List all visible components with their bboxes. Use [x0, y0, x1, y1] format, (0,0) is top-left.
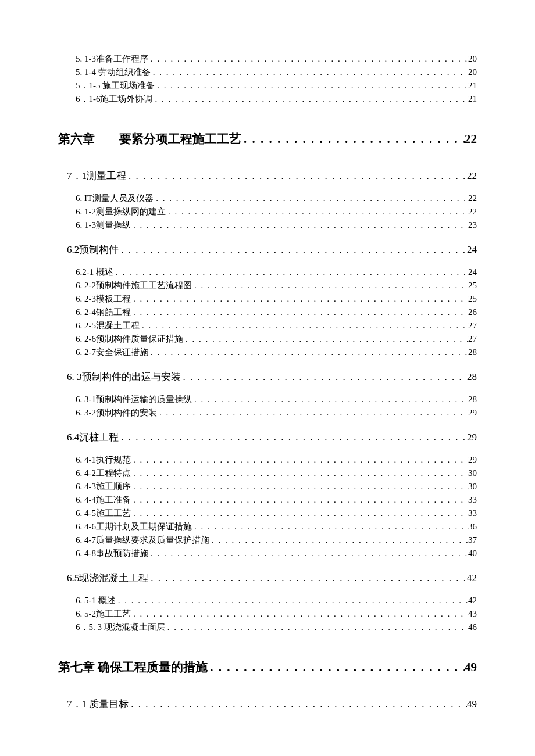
toc-page-number: 27 — [468, 319, 477, 332]
toc-leader-dots — [192, 520, 468, 533]
toc-label: 6. 4-8事故预防措施 — [76, 547, 148, 560]
toc-page-number: 29 — [468, 406, 477, 420]
toc-page-number: 23 — [468, 218, 477, 232]
toc-entry: 6. 4-1执行规范29 — [58, 453, 477, 467]
toc-leader-dots — [181, 371, 468, 384]
toc-leader-dots — [154, 192, 468, 205]
toc-label: 6. 5-1 概述 — [76, 594, 116, 607]
toc-page-number: 24 — [468, 266, 477, 279]
toc-page-number: 33 — [468, 493, 477, 507]
toc-label: 6. 2-3模板工程 — [76, 292, 131, 306]
toc-label: 7．1测量工程 — [67, 170, 126, 182]
toc-entry: 第七章 确保工程质量的措施49 — [58, 660, 477, 675]
toc-entry: 6. 3-1预制构件运输的质量操纵28 — [58, 393, 477, 406]
toc-leader-dots — [131, 218, 468, 232]
toc-label: 6. 2-2预制构件施工工艺流程图 — [76, 279, 192, 292]
toc-leader-dots — [153, 92, 469, 106]
toc-page-number: 30 — [468, 467, 477, 480]
toc-page-number: 22 — [468, 205, 477, 218]
toc-leader-dots — [209, 533, 468, 547]
toc-entry: 6. 2-4钢筋工程26 — [58, 306, 477, 319]
toc-entry: 5. 1-4 劳动组织准备20 — [58, 66, 477, 79]
toc-entry: 6. 2-6预制构件质量保证措施27 — [58, 332, 477, 346]
toc-entry: 6. 2-7安全保证措施28 — [58, 346, 477, 359]
toc-leader-dots — [155, 79, 468, 92]
toc-label: 6.2-1 概述 — [76, 266, 113, 279]
toc-label: 6. 2-7安全保证措施 — [76, 346, 148, 359]
toc-page-number: 30 — [468, 480, 477, 493]
toc-page-number: 22 — [468, 192, 477, 205]
toc-label: 6. 2-6预制构件质量保证措施 — [76, 332, 183, 346]
toc-page-number: 21 — [468, 92, 477, 106]
toc-page-number: 40 — [468, 547, 477, 560]
toc-label: 5. 1-4 劳动组织准备 — [76, 66, 151, 79]
toc-leader-dots — [151, 66, 468, 79]
toc-page-number: 42 — [467, 572, 477, 585]
toc-leader-dots — [192, 393, 468, 406]
toc-label: 第七章 确保工程质量的措施 — [58, 660, 208, 675]
toc-page-number: 46 — [468, 621, 477, 634]
toc-entry: 6. 3预制构件的出运与安装28 — [58, 371, 477, 384]
toc-page-number: 43 — [468, 607, 477, 621]
toc-label: 6. 1-2测量操纵网的建立 — [76, 205, 166, 218]
toc-label: 7．1 质量目标 — [67, 698, 129, 711]
toc-page-number: 33 — [468, 507, 477, 520]
toc-leader-dots — [148, 572, 467, 585]
toc-entry: 6. 5-1 概述42 — [58, 594, 477, 607]
toc-entry: 6.2预制构件24 — [58, 243, 477, 256]
toc-leader-dots — [148, 346, 468, 359]
toc-entry: 5. 1-3准备工作程序20 — [58, 52, 477, 66]
toc-entry: 6．5. 3 现浇混凝土面层46 — [58, 621, 477, 634]
toc-leader-dots — [148, 547, 468, 560]
toc-label: 6. 4-5施工工艺 — [76, 507, 131, 520]
toc-page-number: 42 — [468, 594, 477, 607]
toc-label: 6. 4-1执行规范 — [76, 453, 131, 467]
toc-entry: 6.2-1 概述24 — [58, 266, 477, 279]
toc-leader-dots — [131, 467, 468, 480]
toc-label: 6. 3-2预制构件的安装 — [76, 406, 157, 420]
toc-entry: 6. 4-4施工准备33 — [58, 493, 477, 507]
toc-leader-dots — [119, 243, 467, 256]
toc-page-number: 22 — [465, 131, 477, 146]
toc-leader-dots — [241, 131, 465, 146]
table-of-contents: 5. 1-3准备工作程序205. 1-4 劳动组织准备205．1-5 施工现场准… — [58, 52, 477, 711]
toc-label: 6. IT测量人员及仪器 — [76, 192, 154, 205]
toc-entry: 6. 1-2测量操纵网的建立22 — [58, 205, 477, 218]
toc-page-number: 49 — [467, 698, 477, 711]
toc-page-number: 28 — [468, 393, 477, 406]
toc-page-number: 26 — [468, 306, 477, 319]
toc-leader-dots — [140, 319, 468, 332]
toc-leader-dots — [165, 621, 468, 634]
toc-leader-dots — [119, 431, 467, 444]
toc-entry: 6．1-6施工场外协调21 — [58, 92, 477, 106]
toc-entry: 7．1测量工程22 — [58, 170, 477, 182]
toc-leader-dots — [208, 660, 465, 675]
toc-entry: 6.4沉桩工程29 — [58, 431, 477, 444]
toc-page-number: 29 — [468, 453, 477, 467]
toc-page-number: 25 — [468, 279, 477, 292]
toc-entry: 5．1-5 施工现场准备21 — [58, 79, 477, 92]
toc-entry: 6. IT测量人员及仪器22 — [58, 192, 477, 205]
toc-leader-dots — [131, 480, 468, 493]
toc-entry: 第六章 要紧分项工程施工工艺22 — [58, 131, 477, 146]
toc-label: 6. 5-2施工工艺 — [76, 607, 131, 621]
toc-page-number: 25 — [468, 292, 477, 306]
toc-leader-dots — [116, 594, 468, 607]
toc-entry: 6. 4-5施工工艺33 — [58, 507, 477, 520]
toc-leader-dots — [129, 698, 467, 711]
toc-leader-dots — [131, 453, 468, 467]
toc-entry: 6. 4-8事故预防措施40 — [58, 547, 477, 560]
toc-label: 6. 2-5混凝土工程 — [76, 319, 140, 332]
toc-entry: 6. 4-2工程特点30 — [58, 467, 477, 480]
toc-leader-dots — [192, 279, 468, 292]
toc-label: 6. 1-3测量操纵 — [76, 218, 131, 232]
toc-entry: 6. 5-2施工工艺43 — [58, 607, 477, 621]
toc-leader-dots — [131, 493, 468, 507]
toc-label: 6. 4-3施工顺序 — [76, 480, 131, 493]
toc-label: 6．5. 3 现浇混凝土面层 — [76, 621, 165, 634]
toc-label: 6.4沉桩工程 — [67, 431, 119, 444]
toc-label: 6. 4-7质量操纵要求及质量保护措施 — [76, 533, 209, 547]
toc-leader-dots — [131, 507, 468, 520]
toc-page-number: 36 — [468, 520, 477, 533]
toc-page-number: 28 — [468, 346, 477, 359]
